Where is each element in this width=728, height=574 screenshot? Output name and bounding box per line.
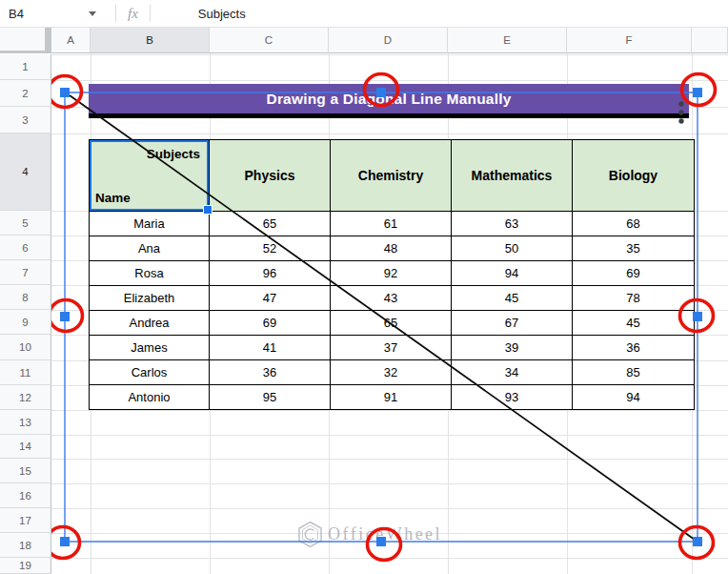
column-header-B[interactable]: B xyxy=(91,27,210,53)
row-header-3[interactable]: 3 xyxy=(0,107,51,133)
table-header-row: Subjects Name PhysicsChemistryMathematic… xyxy=(90,140,695,212)
row-header-7[interactable]: 7 xyxy=(0,260,51,285)
row-header-6[interactable]: 6 xyxy=(0,236,51,260)
table-cell[interactable]: 41 xyxy=(210,336,331,360)
table-header-cell[interactable]: Biology xyxy=(573,140,695,212)
formula-input[interactable]: Subjects xyxy=(198,7,246,21)
table-cell[interactable]: 68 xyxy=(573,212,695,236)
table-cell[interactable]: 96 xyxy=(210,261,331,286)
table-cell-name[interactable]: Carlos xyxy=(90,360,210,385)
spreadsheet-app: B4 fx Subjects Drawing a Diagonal Line M… xyxy=(0,0,728,574)
annotation-circle-top-left xyxy=(49,76,82,108)
fill-handle[interactable] xyxy=(203,205,212,215)
column-header-C[interactable]: C xyxy=(210,27,329,53)
table-cell[interactable]: 94 xyxy=(452,261,573,286)
row-header-12[interactable]: 12 xyxy=(0,385,51,410)
column-header-partial[interactable] xyxy=(692,27,728,53)
table-cell-name[interactable]: Rosa xyxy=(90,261,210,286)
table-cell[interactable]: 67 xyxy=(452,311,573,336)
table-header-cell[interactable]: Mathematics xyxy=(452,140,573,212)
corner-label-subjects: Subjects xyxy=(147,147,200,161)
table-cell[interactable]: 34 xyxy=(452,360,573,385)
row-header-17[interactable]: 17 xyxy=(0,508,51,533)
column-header-F[interactable]: F xyxy=(567,27,692,53)
table-row: Elizabeth47434578 xyxy=(90,286,695,311)
corner-label-name: Name xyxy=(95,191,131,205)
table-cell[interactable]: 94 xyxy=(573,385,695,410)
table-cell[interactable]: 61 xyxy=(331,212,452,236)
row-header-5[interactable]: 5 xyxy=(0,211,51,236)
row-header-1[interactable]: 1 xyxy=(0,54,51,80)
selected-cell-b4[interactable]: Subjects Name xyxy=(90,140,210,212)
table-cell-name[interactable]: Elizabeth xyxy=(90,286,210,311)
table-cell[interactable]: 45 xyxy=(573,311,695,336)
table-header-cell[interactable]: Physics xyxy=(210,140,331,212)
table-row: Rosa96929469 xyxy=(90,261,695,286)
selection-handle-top-left[interactable] xyxy=(60,88,70,97)
row-header-16[interactable]: 16 xyxy=(0,483,51,508)
row-header-4[interactable]: 4 xyxy=(0,133,51,211)
table-cell[interactable]: 37 xyxy=(331,336,452,360)
table-cell[interactable]: 85 xyxy=(573,360,695,385)
row-header-15[interactable]: 15 xyxy=(0,459,51,483)
table-cell[interactable]: 35 xyxy=(573,236,695,261)
officewheel-watermark: OfficeWheel xyxy=(297,521,442,548)
table-cell[interactable]: 43 xyxy=(331,286,452,311)
row-header-13[interactable]: 13 xyxy=(0,410,51,435)
row-header-19[interactable]: 19 xyxy=(0,558,51,574)
table-cell[interactable]: 92 xyxy=(331,261,452,286)
name-box[interactable]: B4 xyxy=(0,0,104,27)
selection-handle-top-right[interactable] xyxy=(693,88,702,97)
row-header-18[interactable]: 18 xyxy=(0,533,51,558)
column-header-A[interactable]: A xyxy=(51,27,91,53)
table-header-cell[interactable]: Chemistry xyxy=(331,140,452,212)
column-header-E[interactable]: E xyxy=(448,27,567,53)
table-cell-name[interactable]: Antonio xyxy=(90,385,210,410)
table-cell[interactable]: 36 xyxy=(210,360,331,385)
table-cell[interactable]: 65 xyxy=(210,212,331,236)
title-banner-cell[interactable]: Drawing a Diagonal Line Manually xyxy=(89,84,689,118)
table-cell[interactable]: 69 xyxy=(210,311,331,336)
table-cell[interactable]: 47 xyxy=(210,286,331,311)
selection-handle-bottom-right[interactable] xyxy=(693,537,702,546)
table-row: James41373936 xyxy=(90,336,695,360)
row-header-10[interactable]: 10 xyxy=(0,335,51,360)
table-cell[interactable]: 78 xyxy=(573,286,695,311)
table-cell[interactable]: 93 xyxy=(452,385,573,410)
row-header-9[interactable]: 9 xyxy=(0,310,51,335)
chevron-down-icon[interactable] xyxy=(89,11,96,16)
banner-title: Drawing a Diagonal Line Manually xyxy=(266,91,511,108)
table-cell[interactable]: 95 xyxy=(210,385,331,410)
table-cell-name[interactable]: Ana xyxy=(90,236,210,261)
table-row: Carlos36323485 xyxy=(90,360,695,385)
row-header-11[interactable]: 11 xyxy=(0,360,51,385)
table-cell[interactable]: 52 xyxy=(210,236,331,261)
table-cell-name[interactable]: James xyxy=(90,336,210,360)
annotation-circle-middle-left xyxy=(50,300,83,332)
table-cell[interactable]: 39 xyxy=(452,336,573,360)
drawing-options-menu-icon[interactable] xyxy=(678,118,683,123)
table-cell[interactable]: 63 xyxy=(452,212,573,236)
table-row: Ana52485035 xyxy=(90,236,695,261)
select-all-corner[interactable] xyxy=(0,27,51,53)
table-cell[interactable]: 50 xyxy=(452,236,573,261)
table-cell[interactable]: 45 xyxy=(452,286,573,311)
row-header-14[interactable]: 14 xyxy=(0,435,51,459)
table-cell[interactable]: 36 xyxy=(573,336,695,360)
selection-handle-bottom-left[interactable] xyxy=(60,537,70,546)
table-cell-name[interactable]: Andrea xyxy=(90,311,210,336)
table-row: Andrea69656745 xyxy=(90,311,695,336)
table-cell[interactable]: 48 xyxy=(331,236,452,261)
column-header-D[interactable]: D xyxy=(329,27,448,53)
table-cell[interactable]: 32 xyxy=(331,360,452,385)
table-cell-name[interactable]: Maria xyxy=(90,212,210,236)
divider xyxy=(150,5,151,22)
cell-reference: B4 xyxy=(9,7,24,21)
table-cell[interactable]: 65 xyxy=(331,311,452,336)
fx-icon: fx xyxy=(128,6,138,22)
selection-handle-middle-left[interactable] xyxy=(60,312,70,321)
row-header-8[interactable]: 8 xyxy=(0,285,51,310)
table-cell[interactable]: 69 xyxy=(573,261,695,286)
table-cell[interactable]: 91 xyxy=(331,385,452,410)
row-header-2[interactable]: 2 xyxy=(0,80,51,107)
